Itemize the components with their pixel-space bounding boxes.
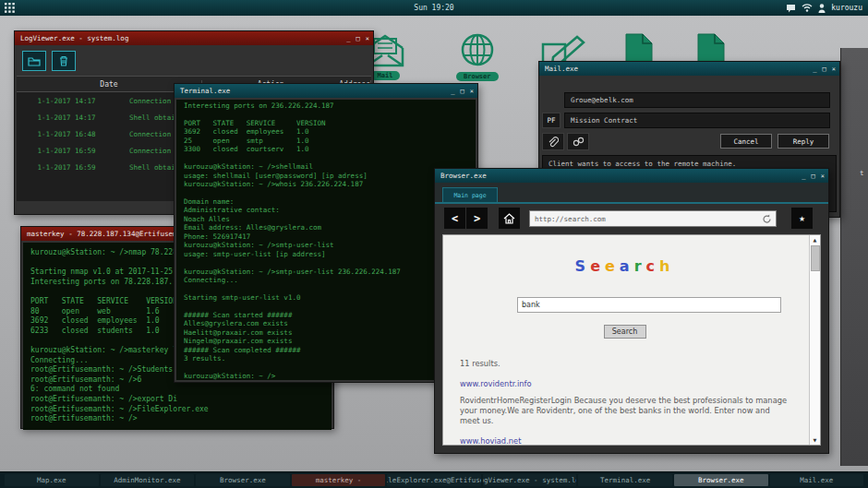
page-scrollbar[interactable]: ▲ ▼	[809, 235, 820, 445]
paperclip-icon	[548, 137, 559, 148]
result-description: RovidentrHomeRegisterLogin Because you d…	[460, 396, 790, 426]
home-icon	[503, 213, 515, 224]
attach-button[interactable]	[542, 133, 564, 150]
search-results: 11 results. www.rovidentr.info Rovidentr…	[460, 359, 790, 445]
log-date: 1-1-2017 16:48	[17, 130, 116, 138]
search-result: www.rovidentr.info RovidentrHomeRegister…	[460, 379, 790, 426]
taskbar-item[interactable]: Map.exe	[5, 474, 99, 486]
log-date: 1-1-2017 16:59	[17, 147, 116, 155]
mail-titlebar[interactable]: Mail.exe _ □ ×	[539, 62, 839, 76]
window-title: LogViewer.exe - system.log	[20, 34, 128, 42]
window-title: masterkey - 78.228.187.134@Ertifusemanth	[27, 230, 194, 238]
home-button[interactable]	[499, 208, 520, 229]
system-topbar: Sun 19:20 kurouzu	[0, 0, 868, 16]
taskbar-item[interactable]: Mail.exe	[770, 474, 864, 486]
taskbar-item[interactable]: FileExplorer.exe@Ertifusem	[387, 474, 481, 486]
chevron-left-icon: <	[452, 212, 458, 225]
search-page: Seearch Search 11 results. www.rovidentr…	[443, 235, 810, 445]
bookmark-button[interactable]: ★	[791, 208, 813, 229]
log-date: 1-1-2017 16:59	[17, 163, 116, 172]
mail-pf-button[interactable]: PF	[542, 113, 561, 128]
maximize-button[interactable]: □	[461, 88, 464, 95]
taskbar-item[interactable]: Browser.exe	[196, 474, 290, 486]
mail-subject-field[interactable]: Mission Contract	[564, 113, 830, 128]
logviewer-titlebar[interactable]: LogViewer.exe - system.log _ □ ×	[15, 31, 373, 45]
forward-button[interactable]: >	[466, 208, 488, 229]
close-button[interactable]: ×	[821, 173, 825, 180]
close-button[interactable]: ×	[832, 65, 836, 73]
maximize-button[interactable]: □	[356, 35, 360, 42]
stray-text: t	[860, 169, 864, 177]
wifi-icon[interactable]	[802, 4, 813, 12]
result-link[interactable]: www.hoviad.net	[460, 436, 790, 445]
search-button[interactable]: Search	[604, 325, 646, 339]
trash-icon	[59, 55, 68, 66]
star-icon: ★	[799, 212, 805, 224]
logo-letter: e	[590, 257, 605, 275]
taskbar-item[interactable]: masterkey -	[292, 474, 386, 486]
browser-titlebar[interactable]: Browser.exe _ □ ×	[435, 169, 828, 183]
scrollbar-thumb[interactable]	[811, 245, 820, 271]
open-log-button[interactable]	[22, 51, 46, 71]
log-date: 1-1-2017 14:17	[17, 97, 116, 105]
minimize-button[interactable]: _	[802, 173, 805, 180]
background-window-edge[interactable]: t	[840, 48, 868, 466]
logo-letter: a	[620, 257, 634, 275]
search-result: www.hoviad.net HoviadHomeRegisterLogin A…	[460, 436, 790, 445]
globe-icon	[458, 32, 497, 69]
url-input[interactable]	[530, 214, 762, 224]
link-button[interactable]	[567, 133, 589, 150]
chat-icon[interactable]	[786, 4, 796, 13]
terminal-output[interactable]: Interesting ports on 236.226.224.187 POR…	[176, 100, 476, 380]
window-browser: Browser.exe _ □ × Main page < >	[434, 168, 829, 454]
chevron-right-icon: >	[474, 212, 480, 225]
taskbar: Map.exe AdminMonitor.exe Browser.exe mas…	[0, 471, 868, 488]
logo-letter: r	[634, 257, 646, 275]
taskbar-item[interactable]: LogViewer.exe - system.log	[483, 474, 577, 486]
close-button[interactable]: ×	[470, 88, 474, 95]
browser-tab-strip: Main page	[435, 183, 828, 204]
desktop-icon-label: Browser	[456, 72, 499, 81]
clock: Sun 19:20	[0, 4, 868, 12]
window-title: Terminal.exe	[180, 87, 230, 95]
tab-main-page[interactable]: Main page	[442, 187, 498, 202]
window-title: Mail.exe	[545, 65, 578, 73]
refresh-icon[interactable]	[762, 214, 772, 224]
taskbar-item[interactable]: AdminMonitor.exe	[101, 474, 195, 486]
window-terminal: Terminal.exe _ □ × Interesting ports on …	[174, 83, 478, 383]
reply-button[interactable]: Reply	[778, 134, 829, 149]
url-bar	[529, 210, 777, 227]
terminal-titlebar[interactable]: Terminal.exe _ □ ×	[175, 84, 477, 98]
folder-icon	[28, 56, 41, 66]
desktop-icon-label: Mail	[370, 71, 401, 80]
minimize-button[interactable]: _	[451, 88, 454, 95]
desktop-icon-browser[interactable]: Browser	[456, 32, 499, 81]
result-link[interactable]: www.rovidentr.info	[460, 379, 790, 389]
logo-letter: h	[659, 257, 674, 275]
log-date: 1-1-2017 14:17	[17, 113, 116, 122]
window-title: Browser.exe	[440, 172, 487, 180]
logo-letter: S	[575, 257, 591, 275]
results-count: 11 results.	[460, 359, 790, 369]
chain-link-icon	[573, 137, 585, 147]
desktop: t Mail Browser	[0, 0, 868, 488]
maximize-button[interactable]: □	[823, 65, 826, 73]
scroll-up-icon[interactable]: ▲	[810, 235, 820, 244]
close-button[interactable]: ×	[366, 35, 369, 42]
logo-letter: e	[605, 257, 620, 275]
back-button[interactable]: <	[444, 208, 465, 229]
delete-log-button[interactable]	[52, 51, 76, 71]
seearch-logo: Seearch	[460, 257, 790, 275]
maximize-button[interactable]: □	[812, 173, 815, 180]
user-icon[interactable]	[818, 4, 826, 13]
taskbar-item[interactable]: Terminal.exe	[578, 474, 672, 486]
scroll-down-icon[interactable]: ▼	[810, 435, 820, 445]
cancel-button[interactable]: Cancel	[720, 134, 772, 149]
mail-body-line1: Client wants to access to the remote mac…	[549, 160, 736, 168]
taskbar-item[interactable]: Browser.exe	[674, 474, 768, 486]
minimize-button[interactable]: _	[813, 65, 816, 73]
browser-navbar: < > ★	[435, 204, 828, 234]
search-input[interactable]	[517, 297, 781, 313]
minimize-button[interactable]: _	[346, 35, 350, 42]
mail-from-field[interactable]: Groue@ebelk.com	[564, 92, 830, 108]
